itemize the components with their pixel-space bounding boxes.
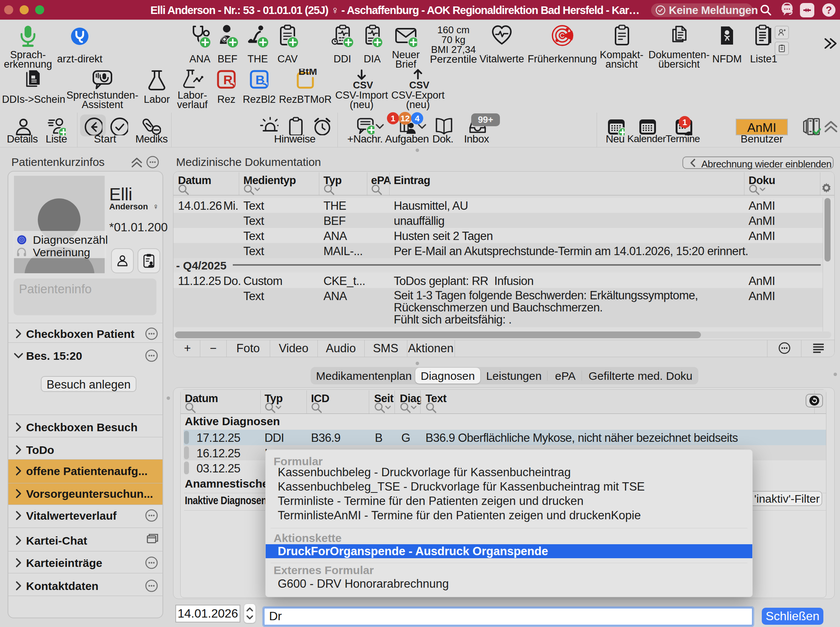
svg-text:BtM: BtM [299,69,317,77]
svg-text:CSV: CSV [409,79,429,91]
svg-text:CSV: CSV [353,79,373,91]
svg-text:B: B [255,72,265,87]
